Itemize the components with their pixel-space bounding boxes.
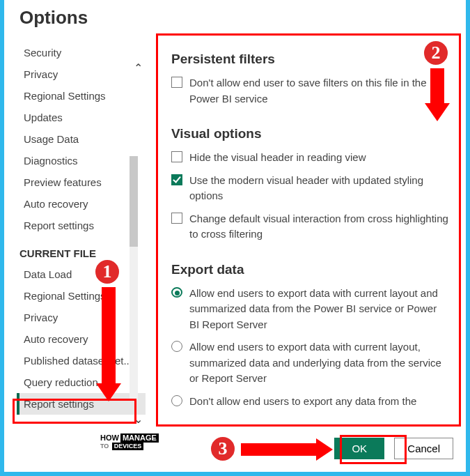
opt-persistent-filters-disallow[interactable]: Don't allow end user to save filters on … <box>171 75 449 107</box>
nav-updates[interactable]: Updates <box>17 107 146 128</box>
nav-usage-data[interactable]: Usage Data <box>17 128 146 150</box>
radio-icon[interactable] <box>171 341 182 352</box>
group-export-data: Export data <box>171 262 449 277</box>
checkbox-icon[interactable] <box>171 151 182 162</box>
nav-regional-settings[interactable]: Regional Settings <box>17 85 146 107</box>
sidebar-scrollthumb[interactable] <box>130 156 138 247</box>
nav-auto-recovery[interactable]: Auto recovery <box>17 193 146 215</box>
group-visual-options: Visual options <box>171 126 449 141</box>
opt-export-summarized[interactable]: Allow end users to export data with curr… <box>171 286 449 333</box>
group-persistent-filters: Persistent filters <box>171 52 449 67</box>
nav-privacy-file[interactable]: Privacy <box>17 307 146 328</box>
chevron-up-icon[interactable]: ⌃ <box>134 61 143 75</box>
dialog-buttons: OK Cancel <box>334 438 453 459</box>
sidebar-section-current-file: CURRENT FILE <box>17 236 146 263</box>
sidebar-scrollbar[interactable] <box>130 156 138 400</box>
nav-report-settings-file[interactable]: Report settings <box>17 393 146 415</box>
opt-hide-visual-header[interactable]: Hide the visual header in reading view <box>171 150 449 166</box>
checkbox-icon[interactable] <box>171 174 182 185</box>
cancel-button[interactable]: Cancel <box>394 438 453 459</box>
nav-published-dataset[interactable]: Published dataset set... <box>17 350 146 371</box>
nav-report-settings-global[interactable]: Report settings <box>17 215 146 236</box>
nav-regional-settings-file[interactable]: Regional Settings <box>17 285 146 307</box>
chevron-down-icon[interactable]: ⌄ <box>134 413 143 426</box>
opt-cross-filtering[interactable]: Change default visual interaction from c… <box>171 211 449 243</box>
nav-privacy[interactable]: Privacy <box>17 63 146 85</box>
checkbox-icon[interactable] <box>171 77 182 88</box>
nav-preview-features[interactable]: Preview features <box>17 171 146 193</box>
nav-data-load[interactable]: Data Load <box>17 263 146 285</box>
radio-icon[interactable] <box>171 395 182 406</box>
nav-query-reduction[interactable]: Query reduction <box>17 371 146 393</box>
nav-diagnostics[interactable]: Diagnostics <box>17 150 146 171</box>
nav-auto-recovery-file[interactable]: Auto recovery <box>17 328 146 350</box>
options-dialog: Options Security Privacy Regional Settin… <box>4 0 466 472</box>
opt-modern-visual-header[interactable]: Use the modern visual header with update… <box>171 173 449 204</box>
opt-export-underlying[interactable]: Allow end users to export data with curr… <box>171 339 449 387</box>
checkbox-icon[interactable] <box>171 213 182 224</box>
watermark-logo: HOWMANAGE TO DEVICES <box>100 433 159 450</box>
arrow-right-icon <box>316 438 333 461</box>
dialog-title: Options <box>19 7 88 29</box>
annotation-arrow-3 <box>241 443 318 456</box>
opt-export-none[interactable]: Don't allow end users to export any data… <box>171 394 449 410</box>
settings-panel: Persistent filters Don't allow end user … <box>164 42 457 409</box>
annotation-step-3: 3 <box>209 435 237 463</box>
sidebar: Security Privacy Regional Settings Updat… <box>17 42 146 415</box>
ok-button[interactable]: OK <box>334 438 384 459</box>
nav-security[interactable]: Security <box>17 42 146 63</box>
radio-icon[interactable] <box>171 287 182 298</box>
